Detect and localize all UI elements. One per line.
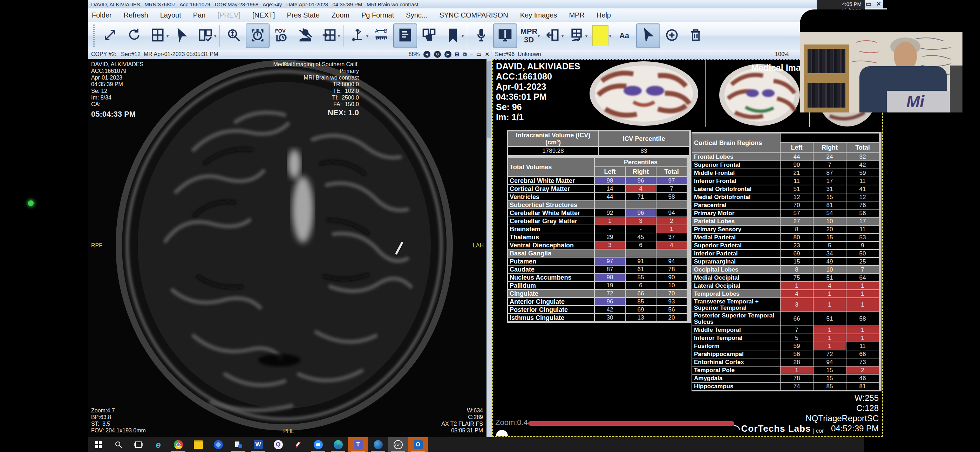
- dropdown-caret-icon[interactable]: ▾: [562, 33, 563, 38]
- taskbar-outlook-button[interactable]: O: [408, 437, 428, 452]
- cortical-value-cell: 5: [813, 242, 846, 249]
- taskbar-internet-explorer-button[interactable]: e: [148, 437, 168, 452]
- dropdown-caret-icon[interactable]: ▾: [609, 33, 611, 38]
- taskbar-task-view-button[interactable]: [128, 437, 148, 452]
- sync-timer-button[interactable]: [246, 24, 269, 48]
- taskbar-file-explorer-button[interactable]: [188, 437, 208, 452]
- close-button[interactable]: ✕: [876, 1, 881, 8]
- overlay-line: C:128: [805, 403, 879, 413]
- circle-plus-button[interactable]: [660, 24, 684, 48]
- dropdown-caret-icon[interactable]: ▾: [338, 33, 340, 38]
- nq-report-viewport[interactable]: DAVID, ALKIVIADESACC:1661080Apr-01-20230…: [492, 59, 883, 437]
- stack-icon[interactable]: ⧉: [463, 51, 466, 57]
- layout-check-button[interactable]: ▾: [194, 24, 217, 48]
- series-layout-button[interactable]: ▾: [317, 24, 341, 48]
- dropdown-caret-icon[interactable]: ▾: [214, 33, 216, 38]
- file-explorer-icon: [194, 440, 203, 450]
- menu-item-sync-comparison[interactable]: SYNC COMPARISON: [439, 11, 508, 19]
- microphone-button[interactable]: [469, 24, 493, 48]
- next-image-button[interactable]: ►: [444, 51, 452, 58]
- toolbar-drag-handle[interactable]: [93, 24, 95, 47]
- cursor-button[interactable]: [170, 24, 194, 48]
- menu-item-folder[interactable]: Folder: [92, 11, 112, 19]
- pan-resize-button[interactable]: [98, 24, 122, 48]
- ruler-button[interactable]: AB: [369, 24, 393, 48]
- menu-item-key-images[interactable]: Key Images: [520, 11, 557, 19]
- trash-button[interactable]: [684, 24, 708, 48]
- rotate-icon: [126, 27, 142, 44]
- taskbar-zoom-app-button[interactable]: [308, 437, 328, 452]
- menu-item-mpr[interactable]: MPR: [569, 11, 584, 19]
- cine-button[interactable]: ↻: [434, 51, 441, 58]
- rotate-window-button[interactable]: ▾: [565, 24, 589, 48]
- nq-slider-handle[interactable]: [496, 430, 508, 437]
- cortical-value-cell: 64: [846, 274, 879, 282]
- taskbar-teams-button[interactable]: T: [348, 437, 368, 452]
- bookmark-button[interactable]: ▾: [441, 24, 465, 48]
- menu-item-zoom[interactable]: Zoom: [332, 11, 350, 19]
- taskbar-word-button[interactable]: W: [248, 437, 268, 452]
- total-volumes-value-cell: [626, 201, 656, 208]
- export-arrow-button[interactable]: ▾: [541, 24, 565, 48]
- cortical-value-cell: 69: [781, 250, 813, 257]
- prev-image-button[interactable]: ◄: [423, 51, 430, 58]
- cortical-regions-table: Cortical Brain Regions Left Right Total …: [692, 132, 881, 392]
- laptop: Mi: [887, 91, 952, 113]
- viewer-scrollbar[interactable]: [487, 59, 492, 437]
- taskbar-snip-app-button[interactable]: [228, 437, 248, 452]
- viewer-close-button[interactable]: ✕: [485, 51, 489, 57]
- color-swatch-button[interactable]: ▾: [589, 24, 612, 48]
- dropdown-caret-icon[interactable]: ▾: [585, 33, 587, 38]
- dropdown-caret-icon[interactable]: ▾: [167, 33, 169, 38]
- total-volumes-value-cell: 1: [657, 225, 687, 232]
- cortical-value-cell: 94: [813, 358, 846, 366]
- menu-item-refresh[interactable]: Refresh: [124, 11, 148, 19]
- webcam-video-overlay[interactable]: Mi: [800, 10, 963, 113]
- menu-item-help[interactable]: Help: [597, 11, 611, 19]
- taskbar-webex-button[interactable]: [368, 437, 388, 452]
- menu-item-sync[interactable]: Sync...: [406, 11, 427, 19]
- menu-item-next[interactable]: [NEXT]: [252, 11, 275, 19]
- taskbar-dictation-app-button[interactable]: [288, 437, 308, 452]
- taskbar-quest-app-button[interactable]: Q: [268, 437, 288, 452]
- viewer-minimize-button[interactable]: –: [470, 51, 473, 57]
- total-volumes-value-cell: 58: [657, 193, 687, 201]
- taskbar-search-button[interactable]: [108, 437, 128, 452]
- taskbar-start-button[interactable]: [88, 437, 108, 452]
- taskbar-edge-button[interactable]: [328, 437, 348, 452]
- viewer-restore-button[interactable]: ▭: [476, 51, 481, 57]
- menu-item-prev[interactable]: [PREV]: [217, 11, 240, 19]
- anonymize-person-icon: [298, 27, 313, 44]
- menu-item-layout[interactable]: Layout: [160, 11, 181, 19]
- tile-layout-icon[interactable]: ⊞: [455, 51, 460, 57]
- dropdown-caret-icon[interactable]: ▾: [366, 33, 368, 38]
- nq-zoom-slider[interactable]: [528, 421, 734, 426]
- restore-button[interactable]: ▭: [866, 1, 871, 8]
- text-style-button[interactable]: Aa: [612, 24, 636, 48]
- mri-image-viewport[interactable]: DAVID, ALKIVIADESACC:1661079Apr-01-20230…: [88, 59, 487, 437]
- pointer-arrow-button[interactable]: [636, 24, 660, 48]
- layout-grid-button[interactable]: ▾: [146, 24, 170, 48]
- report-panel-button[interactable]: [393, 24, 417, 48]
- dropdown-caret-icon[interactable]: ▾: [461, 33, 464, 38]
- anonymize-person-button[interactable]: [293, 24, 317, 48]
- cortical-value-cell: 42: [846, 161, 879, 169]
- menu-item-pres-state[interactable]: Pres State: [287, 11, 319, 19]
- scrollbar-thumb[interactable]: [487, 61, 492, 138]
- fov-clock-button[interactable]: FOV: [269, 24, 293, 48]
- menu-item-pan[interactable]: Pan: [193, 11, 206, 19]
- cortical-row-label: Medial Occipital: [692, 274, 780, 282]
- rotate-button[interactable]: [122, 24, 146, 48]
- taskbar-photos-app-button[interactable]: [208, 437, 228, 452]
- crosshair-axis-button[interactable]: ▾: [345, 24, 369, 48]
- cortical-row: Temporal Lobes411: [692, 290, 881, 298]
- mpr-3d-button[interactable]: MPR 3D▾: [517, 24, 541, 48]
- dropdown-caret-icon[interactable]: ▾: [538, 33, 540, 38]
- taskbar-chrome-button[interactable]: [168, 437, 188, 452]
- menu-item-pg-format[interactable]: Pg Format: [361, 11, 394, 19]
- svg-text:B: B: [384, 28, 387, 33]
- zoom-magnifier-button[interactable]: [222, 24, 246, 48]
- taskbar-ge-app-button[interactable]: GE: [388, 437, 408, 452]
- thumbs-layout-button[interactable]: [417, 24, 441, 48]
- mpr-monitor-button[interactable]: [493, 24, 517, 48]
